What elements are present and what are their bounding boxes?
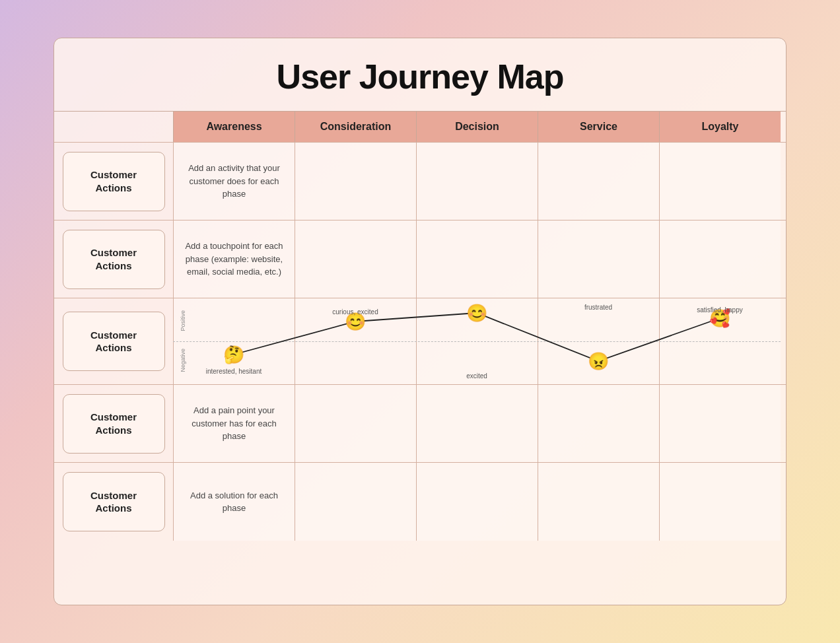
- pos-neg-labels: Positive Negative: [176, 298, 190, 384]
- label-box-5: CustomerActions: [63, 472, 165, 531]
- negative-label: Negative: [180, 349, 186, 372]
- cell-5-1: Add a solution for each phase: [173, 463, 295, 541]
- page-title: User Journey Map: [81, 57, 759, 96]
- cell-4-3: [416, 385, 538, 462]
- cell-1-2: [295, 143, 416, 220]
- emotion-label-box: CustomerActions: [63, 312, 165, 371]
- cell-2-3: [416, 220, 538, 298]
- cell-2-2: [295, 220, 416, 298]
- header-awareness: Awareness: [173, 112, 295, 142]
- cell-2-1: Add a touchpoint for each phase (example…: [173, 220, 295, 298]
- cell-4-2: [295, 385, 416, 462]
- emotion-label-cell: CustomerActions: [54, 298, 173, 384]
- label-box-2: CustomerActions: [63, 230, 165, 289]
- header-loyalty: Loyalty: [659, 112, 781, 142]
- main-card: User Journey Map Awareness Consideration…: [53, 38, 787, 605]
- header-empty: [54, 112, 173, 142]
- emotion-cell-2: [295, 298, 416, 384]
- emotion-cell-5: [659, 298, 781, 384]
- label-cell-1: CustomerActions: [54, 143, 173, 220]
- cell-1-5: [659, 143, 781, 220]
- cell-4-5: [659, 385, 781, 462]
- emotion-row: CustomerActions Positive Negative: [54, 298, 786, 385]
- cell-1-3: [416, 143, 538, 220]
- label-box-1: CustomerActions: [63, 152, 165, 211]
- cell-5-2: [295, 463, 416, 541]
- label-cell-2: CustomerActions: [54, 220, 173, 298]
- emotion-cell-1: [173, 298, 295, 384]
- emotion-cell-4: [538, 298, 659, 384]
- title-area: User Journey Map: [54, 38, 786, 112]
- positive-label: Positive: [180, 310, 186, 331]
- header-decision: Decision: [416, 112, 538, 142]
- row-2: CustomerActions Add a touchpoint for eac…: [54, 220, 786, 298]
- cell-5-5: [659, 463, 781, 541]
- emotion-cell-3: [416, 298, 538, 384]
- cell-2-4: [538, 220, 659, 298]
- cell-4-1: Add a pain point your customer has for e…: [173, 385, 295, 462]
- row-5: CustomerActions Add a solution for each …: [54, 463, 786, 541]
- cell-1-4: [538, 143, 659, 220]
- label-box-4: CustomerActions: [63, 394, 165, 454]
- cell-5-3: [416, 463, 538, 541]
- table-area: Awareness Consideration Decision Service…: [54, 112, 786, 592]
- header-row: Awareness Consideration Decision Service…: [54, 112, 786, 143]
- cell-5-4: [538, 463, 659, 541]
- label-cell-5: CustomerActions: [54, 463, 173, 541]
- header-service: Service: [538, 112, 659, 142]
- row-1: CustomerActions Add an activity that you…: [54, 143, 786, 220]
- cell-4-4: [538, 385, 659, 462]
- cell-2-5: [659, 220, 781, 298]
- row-4: CustomerActions Add a pain point your cu…: [54, 385, 786, 463]
- cell-1-1: Add an activity that your customer does …: [173, 143, 295, 220]
- header-consideration: Consideration: [295, 112, 416, 142]
- label-cell-4: CustomerActions: [54, 385, 173, 462]
